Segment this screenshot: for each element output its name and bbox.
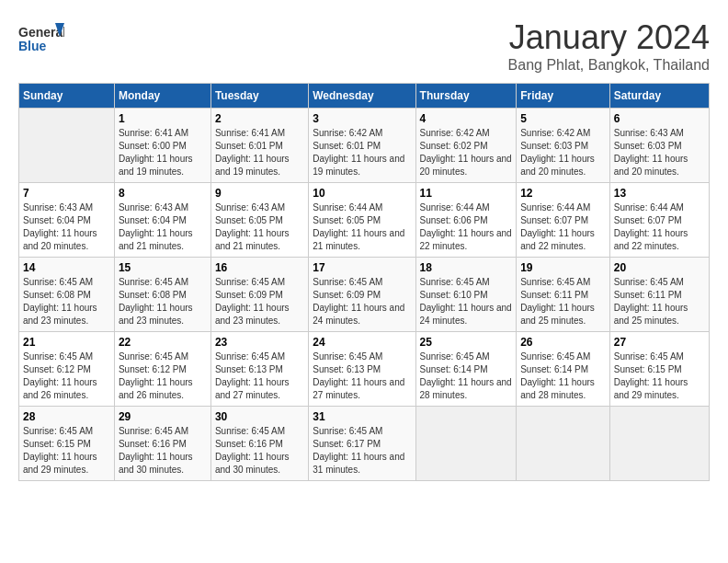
- day-number: 21: [23, 336, 110, 349]
- calendar-week-1: 7 Sunrise: 6:43 AMSunset: 6:04 PMDayligh…: [19, 183, 710, 258]
- calendar-cell: 5 Sunrise: 6:42 AMSunset: 6:03 PMDayligh…: [517, 109, 610, 183]
- day-info: Sunrise: 6:45 AMSunset: 6:13 PMDaylight:…: [215, 351, 290, 400]
- calendar-cell: 18 Sunrise: 6:45 AMSunset: 6:10 PMDaylig…: [415, 258, 517, 332]
- day-info: Sunrise: 6:45 AMSunset: 6:11 PMDaylight:…: [520, 277, 595, 326]
- day-info: Sunrise: 6:45 AMSunset: 6:12 PMDaylight:…: [119, 351, 193, 400]
- calendar-cell: 17 Sunrise: 6:45 AMSunset: 6:09 PMDaylig…: [309, 258, 415, 332]
- logo-icon: General Blue: [18, 18, 64, 55]
- day-number: 6: [614, 112, 705, 125]
- calendar-cell: 2 Sunrise: 6:41 AMSunset: 6:01 PMDayligh…: [210, 109, 308, 183]
- day-number: 11: [420, 187, 513, 200]
- day-info: Sunrise: 6:45 AMSunset: 6:15 PMDaylight:…: [614, 351, 688, 400]
- calendar-cell: 15 Sunrise: 6:45 AMSunset: 6:08 PMDaylig…: [114, 258, 210, 332]
- day-number: 14: [23, 261, 110, 274]
- calendar-table: SundayMondayTuesdayWednesdayThursdayFrid…: [18, 83, 710, 481]
- day-number: 1: [119, 112, 207, 125]
- calendar-cell: 14 Sunrise: 6:45 AMSunset: 6:08 PMDaylig…: [19, 258, 115, 332]
- calendar-cell: 6 Sunrise: 6:43 AMSunset: 6:03 PMDayligh…: [609, 109, 709, 183]
- calendar-subtitle: Bang Phlat, Bangkok, Thailand: [508, 57, 710, 74]
- calendar-cell: [415, 407, 517, 481]
- calendar-week-2: 14 Sunrise: 6:45 AMSunset: 6:08 PMDaylig…: [19, 258, 710, 332]
- weekday-header-wednesday: Wednesday: [309, 84, 415, 109]
- calendar-cell: [609, 407, 709, 481]
- day-info: Sunrise: 6:43 AMSunset: 6:04 PMDaylight:…: [23, 202, 97, 251]
- calendar-cell: 1 Sunrise: 6:41 AMSunset: 6:00 PMDayligh…: [114, 109, 210, 183]
- day-number: 30: [215, 410, 304, 423]
- day-number: 28: [23, 410, 110, 423]
- day-info: Sunrise: 6:45 AMSunset: 6:13 PMDaylight:…: [313, 351, 404, 400]
- day-info: Sunrise: 6:45 AMSunset: 6:10 PMDaylight:…: [420, 277, 512, 326]
- day-number: 19: [520, 261, 606, 274]
- calendar-cell: 28 Sunrise: 6:45 AMSunset: 6:15 PMDaylig…: [19, 407, 115, 481]
- weekday-header-tuesday: Tuesday: [210, 84, 308, 109]
- calendar-week-0: 1 Sunrise: 6:41 AMSunset: 6:00 PMDayligh…: [19, 109, 710, 183]
- calendar-cell: 24 Sunrise: 6:45 AMSunset: 6:13 PMDaylig…: [309, 332, 415, 407]
- day-info: Sunrise: 6:45 AMSunset: 6:14 PMDaylight:…: [520, 351, 595, 400]
- day-info: Sunrise: 6:42 AMSunset: 6:03 PMDaylight:…: [520, 128, 595, 177]
- day-number: 16: [215, 261, 304, 274]
- day-info: Sunrise: 6:45 AMSunset: 6:11 PMDaylight:…: [614, 277, 688, 326]
- calendar-body: 1 Sunrise: 6:41 AMSunset: 6:00 PMDayligh…: [19, 109, 710, 481]
- calendar-cell: [517, 407, 610, 481]
- day-number: 7: [23, 187, 110, 200]
- calendar-cell: 27 Sunrise: 6:45 AMSunset: 6:15 PMDaylig…: [609, 332, 709, 407]
- day-info: Sunrise: 6:44 AMSunset: 6:07 PMDaylight:…: [614, 202, 688, 251]
- day-info: Sunrise: 6:44 AMSunset: 6:07 PMDaylight:…: [520, 202, 595, 251]
- day-number: 20: [614, 261, 705, 274]
- weekday-header-saturday: Saturday: [609, 84, 709, 109]
- calendar-cell: 21 Sunrise: 6:45 AMSunset: 6:12 PMDaylig…: [19, 332, 115, 407]
- weekday-header-friday: Friday: [517, 84, 610, 109]
- day-number: 18: [420, 261, 513, 274]
- title-area: January 2024 Bang Phlat, Bangkok, Thaila…: [508, 18, 710, 74]
- day-info: Sunrise: 6:41 AMSunset: 6:01 PMDaylight:…: [215, 128, 290, 177]
- day-info: Sunrise: 6:45 AMSunset: 6:12 PMDaylight:…: [23, 351, 97, 400]
- day-number: 29: [119, 410, 207, 423]
- day-number: 22: [119, 336, 207, 349]
- day-info: Sunrise: 6:45 AMSunset: 6:08 PMDaylight:…: [23, 277, 97, 326]
- day-info: Sunrise: 6:42 AMSunset: 6:02 PMDaylight:…: [420, 128, 512, 177]
- calendar-week-4: 28 Sunrise: 6:45 AMSunset: 6:15 PMDaylig…: [19, 407, 710, 481]
- day-info: Sunrise: 6:45 AMSunset: 6:16 PMDaylight:…: [119, 426, 193, 475]
- calendar-cell: 11 Sunrise: 6:44 AMSunset: 6:06 PMDaylig…: [415, 183, 517, 258]
- day-info: Sunrise: 6:45 AMSunset: 6:17 PMDaylight:…: [313, 426, 404, 475]
- day-info: Sunrise: 6:45 AMSunset: 6:14 PMDaylight:…: [420, 351, 512, 400]
- calendar-cell: 8 Sunrise: 6:43 AMSunset: 6:04 PMDayligh…: [114, 183, 210, 258]
- day-number: 24: [313, 336, 411, 349]
- day-info: Sunrise: 6:45 AMSunset: 6:09 PMDaylight:…: [313, 277, 404, 326]
- day-number: 27: [614, 336, 705, 349]
- calendar-cell: 31 Sunrise: 6:45 AMSunset: 6:17 PMDaylig…: [309, 407, 415, 481]
- day-number: 13: [614, 187, 705, 200]
- day-number: 5: [520, 112, 606, 125]
- calendar-cell: 10 Sunrise: 6:44 AMSunset: 6:05 PMDaylig…: [309, 183, 415, 258]
- calendar-cell: 25 Sunrise: 6:45 AMSunset: 6:14 PMDaylig…: [415, 332, 517, 407]
- logo: General Blue: [18, 18, 68, 55]
- day-info: Sunrise: 6:45 AMSunset: 6:08 PMDaylight:…: [119, 277, 193, 326]
- day-number: 23: [215, 336, 304, 349]
- calendar-cell: 4 Sunrise: 6:42 AMSunset: 6:02 PMDayligh…: [415, 109, 517, 183]
- calendar-cell: [19, 109, 115, 183]
- day-info: Sunrise: 6:45 AMSunset: 6:16 PMDaylight:…: [215, 426, 290, 475]
- calendar-cell: 19 Sunrise: 6:45 AMSunset: 6:11 PMDaylig…: [517, 258, 610, 332]
- weekday-header-thursday: Thursday: [415, 84, 517, 109]
- day-number: 2: [215, 112, 304, 125]
- calendar-cell: 26 Sunrise: 6:45 AMSunset: 6:14 PMDaylig…: [517, 332, 610, 407]
- calendar-cell: 29 Sunrise: 6:45 AMSunset: 6:16 PMDaylig…: [114, 407, 210, 481]
- day-info: Sunrise: 6:42 AMSunset: 6:01 PMDaylight:…: [313, 128, 404, 177]
- calendar-cell: 12 Sunrise: 6:44 AMSunset: 6:07 PMDaylig…: [517, 183, 610, 258]
- day-number: 10: [313, 187, 411, 200]
- day-number: 4: [420, 112, 513, 125]
- weekday-header-monday: Monday: [114, 84, 210, 109]
- day-info: Sunrise: 6:45 AMSunset: 6:09 PMDaylight:…: [215, 277, 290, 326]
- calendar-cell: 9 Sunrise: 6:43 AMSunset: 6:05 PMDayligh…: [210, 183, 308, 258]
- day-info: Sunrise: 6:43 AMSunset: 6:04 PMDaylight:…: [119, 202, 193, 251]
- calendar-cell: 20 Sunrise: 6:45 AMSunset: 6:11 PMDaylig…: [609, 258, 709, 332]
- day-info: Sunrise: 6:41 AMSunset: 6:00 PMDaylight:…: [119, 128, 193, 177]
- day-number: 3: [313, 112, 411, 125]
- day-number: 9: [215, 187, 304, 200]
- day-number: 31: [313, 410, 411, 423]
- calendar-cell: 13 Sunrise: 6:44 AMSunset: 6:07 PMDaylig…: [609, 183, 709, 258]
- calendar-week-3: 21 Sunrise: 6:45 AMSunset: 6:12 PMDaylig…: [19, 332, 710, 407]
- day-number: 8: [119, 187, 207, 200]
- weekday-header-row: SundayMondayTuesdayWednesdayThursdayFrid…: [19, 84, 710, 109]
- calendar-cell: 30 Sunrise: 6:45 AMSunset: 6:16 PMDaylig…: [210, 407, 308, 481]
